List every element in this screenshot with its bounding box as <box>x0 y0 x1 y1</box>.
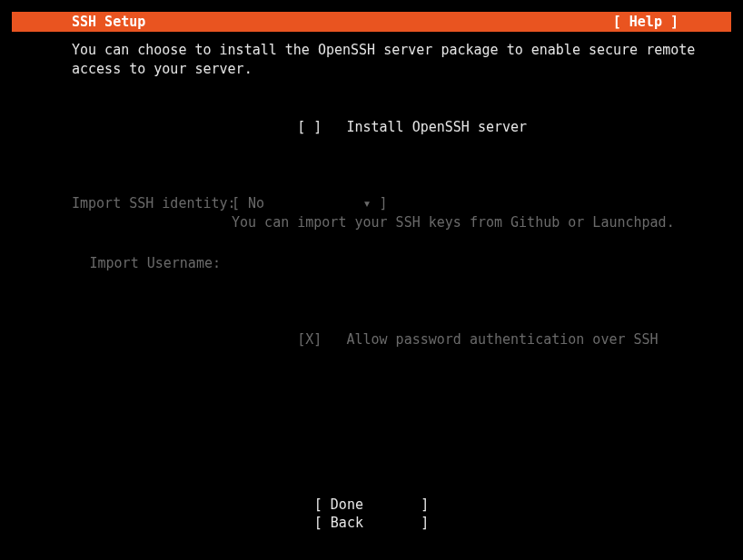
help-button[interactable]: [ Help ] <box>613 14 724 30</box>
allow-password-auth-label: Allow password authentication over SSH <box>346 331 658 348</box>
import-identity-label: Import SSH identity: <box>72 194 232 213</box>
main-content: You can choose to install the OpenSSH se… <box>12 32 731 368</box>
footer: [ Done ] [ Back ] <box>12 496 731 533</box>
install-openssh-checkbox[interactable]: [ ] <box>297 119 322 135</box>
header-bar: SSH Setup [ Help ] <box>12 12 731 32</box>
install-openssh-label: Install OpenSSH server <box>346 119 527 135</box>
page-title: SSH Setup <box>72 14 145 30</box>
import-username-label: Import Username: <box>72 254 232 273</box>
back-button[interactable]: [ Back ] <box>12 514 731 532</box>
description-text: You can choose to install the OpenSSH se… <box>72 41 731 79</box>
allow-password-auth-checkbox[interactable]: [X] <box>297 331 322 348</box>
import-identity-helper: You can import your SSH keys from Github… <box>232 213 675 232</box>
import-identity-dropdown[interactable]: [ No ▾ ] <box>232 194 388 213</box>
done-button[interactable]: [ Done ] <box>12 496 731 514</box>
